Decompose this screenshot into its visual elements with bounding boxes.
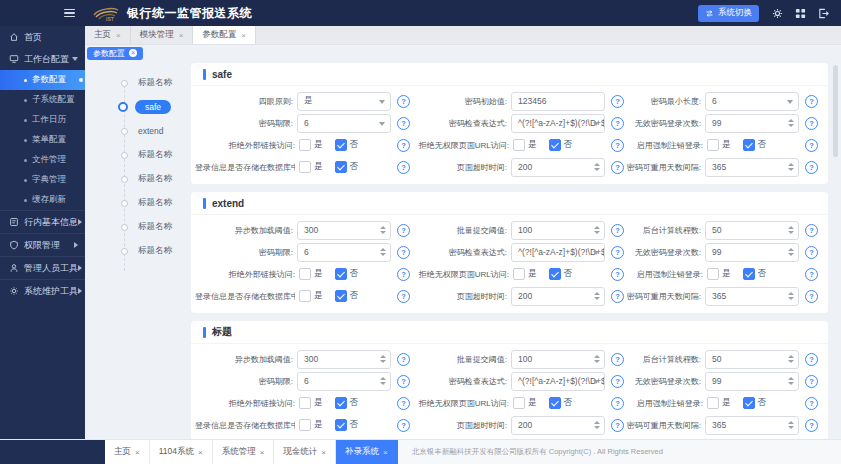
spinner-up-icon[interactable] [788, 377, 794, 380]
gear-icon[interactable] [772, 8, 783, 19]
spinner-down-icon[interactable] [594, 168, 600, 171]
number-input[interactable]: 50 [705, 350, 799, 369]
logout-icon[interactable] [818, 8, 829, 19]
number-input[interactable]: 6 [297, 372, 391, 391]
spinner-arrows[interactable] [788, 248, 794, 256]
help-icon[interactable]: ? [611, 268, 624, 281]
checkbox-unchecked-icon[interactable] [299, 139, 311, 151]
sidebar-collapse-icon[interactable] [64, 9, 75, 18]
checkbox-unchecked-icon[interactable] [299, 290, 311, 302]
close-icon[interactable]: × [135, 448, 140, 457]
checkbox-yes[interactable]: 是 [299, 397, 323, 409]
spinner-down-icon[interactable] [788, 253, 794, 256]
close-icon[interactable]: × [129, 49, 137, 57]
checkbox-no[interactable]: 否 [335, 397, 359, 409]
checkbox-checked-icon[interactable] [335, 161, 347, 173]
footer-tab[interactable]: 主页× [105, 440, 150, 464]
close-icon[interactable]: × [321, 448, 326, 457]
spinner-arrows[interactable] [380, 248, 386, 256]
number-input[interactable]: 100 [511, 221, 605, 240]
spinner-down-icon[interactable] [594, 297, 600, 300]
spinner-up-icon[interactable] [594, 421, 600, 424]
checkbox-no[interactable]: 否 [335, 268, 359, 280]
checkbox-no[interactable]: 否 [743, 139, 767, 151]
spinner-up-icon[interactable] [788, 163, 794, 166]
number-input[interactable]: 99 [705, 114, 799, 133]
checkbox-unchecked-icon[interactable] [513, 397, 525, 409]
spinner-arrows[interactable] [788, 163, 794, 171]
spinner-down-icon[interactable] [788, 124, 794, 127]
checkbox-yes[interactable]: 是 [299, 290, 323, 302]
help-icon[interactable]: ? [611, 353, 624, 366]
spinner-arrows[interactable] [788, 292, 794, 300]
help-icon[interactable]: ? [805, 117, 818, 130]
number-input[interactable]: 99 [705, 243, 799, 262]
sidebar-subitem[interactable]: 工作日历 [0, 110, 85, 130]
spinner-arrows[interactable] [788, 355, 794, 363]
checkbox-no[interactable]: 否 [335, 161, 359, 173]
number-input[interactable]: 200 [511, 416, 605, 435]
checkbox-no[interactable]: 否 [549, 397, 573, 409]
checkbox-yes[interactable]: 是 [299, 161, 323, 173]
checkbox-checked-icon[interactable] [335, 419, 347, 431]
sidebar-item[interactable]: 首页 [0, 26, 85, 48]
checkbox-unchecked-icon[interactable] [513, 139, 525, 151]
help-icon[interactable]: ? [397, 375, 410, 388]
close-icon[interactable]: × [241, 31, 246, 40]
help-icon[interactable]: ? [611, 419, 624, 432]
help-icon[interactable]: ? [805, 419, 818, 432]
close-icon[interactable]: × [198, 448, 203, 457]
checkbox-no[interactable]: 否 [549, 268, 573, 280]
spinner-up-icon[interactable] [788, 248, 794, 251]
close-icon[interactable]: × [260, 448, 265, 457]
spinner-down-icon[interactable] [594, 231, 600, 234]
help-icon[interactable]: ? [397, 419, 410, 432]
footer-tab[interactable]: 现金统计× [274, 440, 336, 464]
spinner-up-icon[interactable] [788, 355, 794, 358]
help-icon[interactable]: ? [611, 397, 624, 410]
help-icon[interactable]: ? [611, 117, 624, 130]
sidebar-item[interactable]: 权限管理 [0, 233, 85, 256]
anchor-item[interactable]: extend [85, 119, 185, 143]
sidebar-subitem[interactable]: 子系统配置 [0, 90, 85, 110]
help-icon[interactable]: ? [397, 95, 410, 108]
spinner-up-icon[interactable] [594, 163, 600, 166]
select-input[interactable]: ^(?![^a-zA-z]+$)(?!\D+$)[0-9A-Z-Z.. [511, 243, 605, 262]
anchor-item[interactable]: 标题名称 [85, 239, 185, 263]
help-icon[interactable]: ? [397, 161, 410, 174]
spinner-up-icon[interactable] [380, 377, 386, 380]
spinner-arrows[interactable] [380, 355, 386, 363]
anchor-item[interactable]: 标题名称 [85, 143, 185, 167]
help-icon[interactable]: ? [611, 375, 624, 388]
spinner-down-icon[interactable] [788, 231, 794, 234]
help-icon[interactable]: ? [805, 353, 818, 366]
spinner-down-icon[interactable] [788, 297, 794, 300]
anchor-item[interactable]: 标题名称 [85, 71, 185, 95]
spinner-up-icon[interactable] [380, 226, 386, 229]
checkbox-unchecked-icon[interactable] [299, 161, 311, 173]
spinner-down-icon[interactable] [594, 426, 600, 429]
number-input[interactable]: 6 [297, 243, 391, 262]
checkbox-unchecked-icon[interactable] [299, 419, 311, 431]
help-icon[interactable]: ? [611, 139, 624, 152]
help-icon[interactable]: ? [397, 397, 410, 410]
checkbox-yes[interactable]: 是 [707, 268, 731, 280]
number-input[interactable]: 365 [705, 158, 799, 177]
number-input[interactable]: 200 [511, 287, 605, 306]
checkbox-checked-icon[interactable] [335, 397, 347, 409]
help-icon[interactable]: ? [805, 397, 818, 410]
scrollbar-thumb[interactable] [833, 65, 838, 157]
spinner-up-icon[interactable] [788, 226, 794, 229]
checkbox-no[interactable]: 否 [335, 290, 359, 302]
help-icon[interactable]: ? [805, 375, 818, 388]
top-tab[interactable]: 模块管理× [131, 26, 194, 44]
anchor-item[interactable]: 标题名称 [85, 215, 185, 239]
checkbox-yes[interactable]: 是 [707, 397, 731, 409]
spinner-arrows[interactable] [788, 421, 794, 429]
sidebar-item[interactable]: 系统维护工具 [0, 279, 85, 302]
checkbox-yes[interactable]: 是 [299, 139, 323, 151]
help-icon[interactable]: ? [805, 95, 818, 108]
spinner-up-icon[interactable] [788, 119, 794, 122]
help-icon[interactable]: ? [397, 117, 410, 130]
spinner-arrows[interactable] [594, 226, 600, 234]
